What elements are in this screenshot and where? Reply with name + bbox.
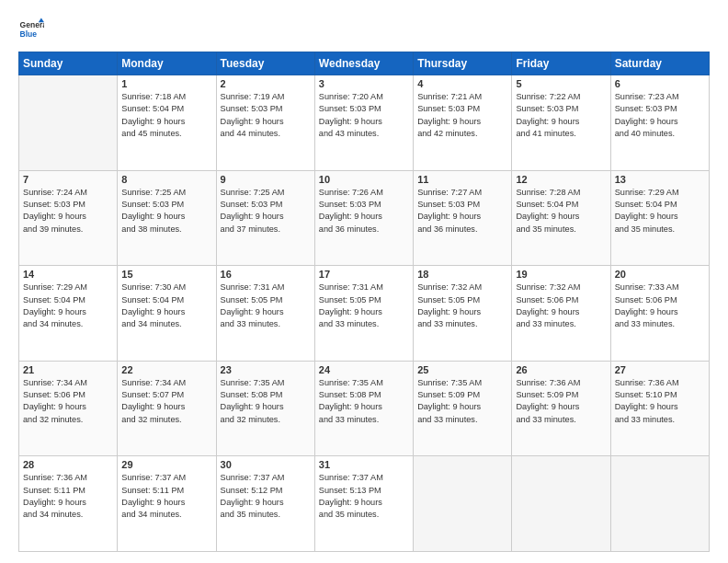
day-number: 13 <box>615 174 705 185</box>
day-number: 30 <box>221 459 311 470</box>
calendar-cell: 7Sunrise: 7:24 AM Sunset: 5:03 PM Daylig… <box>19 170 118 266</box>
day-number: 1 <box>121 78 211 89</box>
day-number: 28 <box>23 459 113 470</box>
calendar-cell: 19Sunrise: 7:32 AM Sunset: 5:06 PM Dayli… <box>512 266 610 362</box>
calendar-week-1: 1Sunrise: 7:18 AM Sunset: 5:04 PM Daylig… <box>19 75 710 171</box>
day-info: Sunrise: 7:18 AM Sunset: 5:04 PM Dayligh… <box>121 91 211 140</box>
calendar-cell <box>19 75 118 171</box>
day-info: Sunrise: 7:26 AM Sunset: 5:03 PM Dayligh… <box>319 187 409 236</box>
day-info: Sunrise: 7:29 AM Sunset: 5:04 PM Dayligh… <box>23 282 113 330</box>
calendar-cell: 26Sunrise: 7:36 AM Sunset: 5:09 PM Dayli… <box>512 361 610 456</box>
calendar-cell: 14Sunrise: 7:29 AM Sunset: 5:04 PM Dayli… <box>19 266 118 362</box>
day-info: Sunrise: 7:34 AM Sunset: 5:06 PM Dayligh… <box>23 377 113 426</box>
day-info: Sunrise: 7:36 AM Sunset: 5:09 PM Dayligh… <box>516 377 606 426</box>
day-info: Sunrise: 7:36 AM Sunset: 5:10 PM Dayligh… <box>615 377 705 426</box>
calendar-cell: 12Sunrise: 7:28 AM Sunset: 5:04 PM Dayli… <box>512 170 610 266</box>
day-info: Sunrise: 7:37 AM Sunset: 5:11 PM Dayligh… <box>121 472 211 521</box>
logo-icon: General Blue <box>18 17 44 42</box>
calendar-cell: 18Sunrise: 7:32 AM Sunset: 5:05 PM Dayli… <box>414 266 512 362</box>
calendar-cell: 25Sunrise: 7:35 AM Sunset: 5:09 PM Dayli… <box>414 361 512 456</box>
logo: General Blue <box>18 17 50 42</box>
weekday-header-monday: Monday <box>118 52 216 75</box>
day-number: 18 <box>417 269 507 280</box>
calendar-cell: 9Sunrise: 7:25 AM Sunset: 5:03 PM Daylig… <box>216 170 314 266</box>
weekday-header-tuesday: Tuesday <box>216 52 314 75</box>
day-info: Sunrise: 7:35 AM Sunset: 5:08 PM Dayligh… <box>221 377 311 426</box>
day-number: 15 <box>121 269 211 280</box>
header: General Blue <box>18 17 710 42</box>
weekday-header-sunday: Sunday <box>19 52 118 75</box>
day-number: 2 <box>221 78 311 89</box>
calendar-cell: 2Sunrise: 7:19 AM Sunset: 5:03 PM Daylig… <box>216 75 314 171</box>
calendar-cell: 13Sunrise: 7:29 AM Sunset: 5:04 PM Dayli… <box>610 170 709 266</box>
calendar-cell: 22Sunrise: 7:34 AM Sunset: 5:07 PM Dayli… <box>118 361 216 456</box>
calendar-cell: 1Sunrise: 7:18 AM Sunset: 5:04 PM Daylig… <box>118 75 216 171</box>
day-number: 22 <box>121 364 211 375</box>
calendar-cell: 4Sunrise: 7:21 AM Sunset: 5:03 PM Daylig… <box>414 75 512 171</box>
day-info: Sunrise: 7:35 AM Sunset: 5:09 PM Dayligh… <box>417 377 507 426</box>
day-info: Sunrise: 7:21 AM Sunset: 5:03 PM Dayligh… <box>417 91 507 140</box>
calendar-cell: 21Sunrise: 7:34 AM Sunset: 5:06 PM Dayli… <box>19 361 118 456</box>
day-info: Sunrise: 7:37 AM Sunset: 5:13 PM Dayligh… <box>319 472 409 521</box>
day-info: Sunrise: 7:29 AM Sunset: 5:04 PM Dayligh… <box>615 187 705 236</box>
calendar-cell: 24Sunrise: 7:35 AM Sunset: 5:08 PM Dayli… <box>314 361 413 456</box>
calendar-cell: 11Sunrise: 7:27 AM Sunset: 5:03 PM Dayli… <box>414 170 512 266</box>
weekday-header-friday: Friday <box>512 52 610 75</box>
day-info: Sunrise: 7:24 AM Sunset: 5:03 PM Dayligh… <box>23 187 113 236</box>
day-number: 12 <box>516 174 606 185</box>
day-info: Sunrise: 7:28 AM Sunset: 5:04 PM Dayligh… <box>516 187 606 236</box>
weekday-header-saturday: Saturday <box>610 52 709 75</box>
day-number: 23 <box>221 364 311 375</box>
day-info: Sunrise: 7:32 AM Sunset: 5:05 PM Dayligh… <box>417 282 507 330</box>
day-number: 14 <box>23 269 113 280</box>
calendar-week-3: 14Sunrise: 7:29 AM Sunset: 5:04 PM Dayli… <box>19 266 710 362</box>
calendar-week-4: 21Sunrise: 7:34 AM Sunset: 5:06 PM Dayli… <box>19 361 710 456</box>
day-number: 24 <box>319 364 409 375</box>
day-info: Sunrise: 7:31 AM Sunset: 5:05 PM Dayligh… <box>319 282 409 330</box>
day-info: Sunrise: 7:25 AM Sunset: 5:03 PM Dayligh… <box>121 187 211 236</box>
day-info: Sunrise: 7:22 AM Sunset: 5:03 PM Dayligh… <box>516 91 606 140</box>
day-number: 4 <box>417 78 507 89</box>
day-info: Sunrise: 7:25 AM Sunset: 5:03 PM Dayligh… <box>221 187 311 236</box>
calendar-week-5: 28Sunrise: 7:36 AM Sunset: 5:11 PM Dayli… <box>19 456 710 552</box>
day-number: 20 <box>615 269 705 280</box>
calendar-cell: 31Sunrise: 7:37 AM Sunset: 5:13 PM Dayli… <box>314 456 413 552</box>
day-number: 9 <box>221 174 311 185</box>
day-info: Sunrise: 7:31 AM Sunset: 5:05 PM Dayligh… <box>221 282 311 330</box>
svg-text:Blue: Blue <box>20 29 38 39</box>
day-number: 6 <box>615 78 705 89</box>
day-info: Sunrise: 7:33 AM Sunset: 5:06 PM Dayligh… <box>615 282 705 330</box>
calendar-header-row: SundayMondayTuesdayWednesdayThursdayFrid… <box>19 52 710 75</box>
day-number: 19 <box>516 269 606 280</box>
day-number: 16 <box>221 269 311 280</box>
page: General Blue SundayMondayTuesdayWednesda… <box>0 0 728 563</box>
calendar-cell: 20Sunrise: 7:33 AM Sunset: 5:06 PM Dayli… <box>610 266 709 362</box>
calendar-cell: 30Sunrise: 7:37 AM Sunset: 5:12 PM Dayli… <box>216 456 314 552</box>
calendar-cell <box>610 456 709 552</box>
calendar-cell: 27Sunrise: 7:36 AM Sunset: 5:10 PM Dayli… <box>610 361 709 456</box>
day-info: Sunrise: 7:34 AM Sunset: 5:07 PM Dayligh… <box>121 377 211 426</box>
calendar-cell: 23Sunrise: 7:35 AM Sunset: 5:08 PM Dayli… <box>216 361 314 456</box>
calendar-table: SundayMondayTuesdayWednesdayThursdayFrid… <box>18 52 710 552</box>
calendar-cell: 3Sunrise: 7:20 AM Sunset: 5:03 PM Daylig… <box>314 75 413 171</box>
day-number: 25 <box>417 364 507 375</box>
day-number: 21 <box>23 364 113 375</box>
day-info: Sunrise: 7:19 AM Sunset: 5:03 PM Dayligh… <box>221 91 311 140</box>
day-number: 8 <box>121 174 211 185</box>
day-number: 27 <box>615 364 705 375</box>
calendar-cell: 6Sunrise: 7:23 AM Sunset: 5:03 PM Daylig… <box>610 75 709 171</box>
day-info: Sunrise: 7:35 AM Sunset: 5:08 PM Dayligh… <box>319 377 409 426</box>
calendar-cell: 10Sunrise: 7:26 AM Sunset: 5:03 PM Dayli… <box>314 170 413 266</box>
day-number: 29 <box>121 459 211 470</box>
weekday-header-thursday: Thursday <box>414 52 512 75</box>
day-number: 17 <box>319 269 409 280</box>
day-info: Sunrise: 7:20 AM Sunset: 5:03 PM Dayligh… <box>319 91 409 140</box>
day-info: Sunrise: 7:27 AM Sunset: 5:03 PM Dayligh… <box>417 187 507 236</box>
calendar-cell <box>512 456 610 552</box>
calendar-cell: 29Sunrise: 7:37 AM Sunset: 5:11 PM Dayli… <box>118 456 216 552</box>
day-info: Sunrise: 7:23 AM Sunset: 5:03 PM Dayligh… <box>615 91 705 140</box>
calendar-cell: 8Sunrise: 7:25 AM Sunset: 5:03 PM Daylig… <box>118 170 216 266</box>
calendar-cell: 17Sunrise: 7:31 AM Sunset: 5:05 PM Dayli… <box>314 266 413 362</box>
day-number: 11 <box>417 174 507 185</box>
day-info: Sunrise: 7:32 AM Sunset: 5:06 PM Dayligh… <box>516 282 606 330</box>
